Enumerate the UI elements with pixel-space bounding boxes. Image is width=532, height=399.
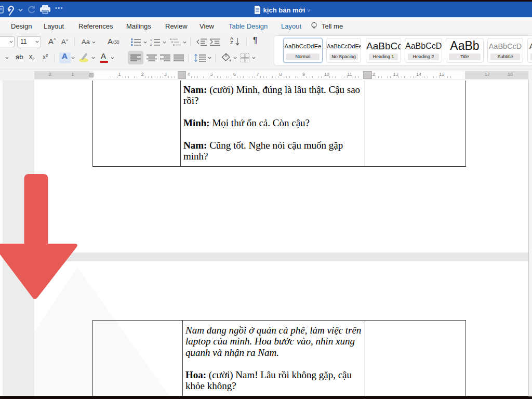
svg-text:2: 2 bbox=[150, 43, 152, 46]
svg-text:1: 1 bbox=[150, 38, 152, 42]
